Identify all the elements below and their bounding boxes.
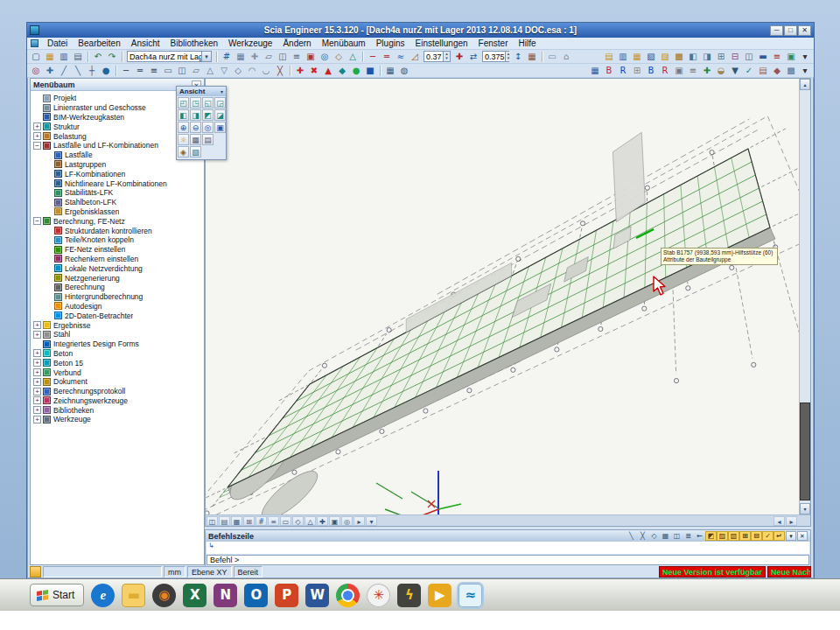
toolbar-icon[interactable]: ┼ — [85, 65, 99, 77]
menu-item-ändern[interactable]: Ändern — [277, 38, 316, 48]
tree-expand-box[interactable]: + — [33, 416, 41, 424]
toolbar-icon[interactable]: ▬ — [756, 51, 770, 63]
command-input[interactable]: Befehl > — [206, 555, 809, 565]
view-tool-icon[interactable]: ◧ — [178, 109, 189, 121]
tree-expand-box[interactable]: + — [33, 132, 41, 140]
toolbar-icon[interactable]: ▾ — [798, 51, 812, 63]
menu-item-hilfe[interactable]: Hilfe — [513, 38, 541, 48]
chevron-down-icon[interactable]: ▾ — [786, 531, 796, 541]
toolbar-icon[interactable]: ▩ — [672, 51, 686, 63]
command-tool-icon[interactable]: ╳ — [637, 531, 648, 541]
view-tool-icon[interactable]: ▦ — [190, 134, 201, 145]
ansicht-palette-header[interactable]: Ansicht ▾ — [177, 87, 226, 96]
toolbar-icon[interactable]: ▤ — [756, 65, 770, 77]
chevron-down-icon[interactable]: ▾ — [220, 88, 223, 94]
toolbar-icon[interactable]: ▦ — [525, 51, 539, 63]
tree-expand-box[interactable]: + — [33, 122, 41, 130]
toolbar-icon[interactable]: ↶ — [91, 51, 105, 63]
view-tool-icon[interactable]: ◎ — [202, 122, 214, 133]
viewport-tab-icon[interactable]: ≡ — [268, 516, 279, 526]
taskbar-app-onenote[interactable]: N — [214, 584, 237, 607]
view-tool-icon[interactable]: ◱ — [202, 97, 214, 108]
view-tool-icon[interactable]: ⊖ — [190, 122, 201, 133]
new-version-badge[interactable]: Neue Version ist verfügbar — [659, 566, 766, 578]
tree-expand-box[interactable]: + — [33, 406, 41, 414]
view-tool-icon[interactable]: ◪ — [214, 109, 226, 121]
snap-tool-icon[interactable]: ▨ — [717, 531, 728, 541]
tree-item[interactable]: +Zeichnungswerkzeuge — [31, 396, 204, 406]
close-icon[interactable]: ✕ — [797, 531, 808, 541]
toolbar-icon[interactable]: # — [220, 51, 234, 63]
toolbar-icon[interactable]: ✚ — [452, 51, 466, 63]
toolbar-icon[interactable]: ▤ — [602, 51, 616, 63]
toolbar-icon[interactable]: ╱ — [57, 65, 71, 77]
toolbar-icon[interactable]: ↕ — [511, 51, 525, 63]
vertical-scrollbar[interactable]: ▴ ▾ — [799, 79, 810, 514]
tree-item[interactable]: Teile/Knoten koppeln — [31, 235, 204, 245]
toolbar-icon[interactable]: ≡ — [290, 51, 304, 63]
scrollbar-thumb[interactable] — [800, 402, 810, 500]
toolbar-icon[interactable]: ≡ — [147, 65, 161, 77]
toolbar-icon[interactable]: ◿ — [408, 51, 422, 63]
tree-item[interactable]: LF-Kombinationen — [31, 169, 204, 178]
view-tool-icon[interactable]: ◨ — [190, 109, 201, 121]
toolbar-icon[interactable]: ▦ — [588, 65, 602, 77]
tree-item[interactable]: Netzgenerierung — [31, 273, 204, 283]
tree-item[interactable]: +Werkzeuge — [31, 415, 204, 424]
command-tool-icon[interactable]: ╲ — [626, 531, 637, 541]
taskbar-app-arrow-app[interactable]: ▶ — [428, 584, 452, 607]
viewport-tab-icon[interactable]: ◎ — [341, 516, 353, 526]
menu-item-menübaum[interactable]: Menübaum — [317, 38, 371, 48]
toolbar-icon[interactable]: ▢ — [29, 51, 43, 63]
viewport-tab-icon[interactable]: ▤ — [219, 516, 230, 526]
tree-item[interactable]: +Beton — [31, 349, 204, 359]
view-tool-icon[interactable]: ▣ — [214, 122, 226, 133]
menu-item-bibliotheken[interactable]: Bibliotheken — [165, 38, 223, 48]
snap-tool-icon[interactable]: ⊞ — [739, 531, 751, 541]
title-bar[interactable]: Scia Engineer 15.3.120 - [Dach4a nurZ mi… — [27, 23, 814, 38]
viewport-tab-icon[interactable]: ✚ — [317, 516, 328, 526]
toolbar-icon[interactable]: ● — [349, 65, 363, 77]
snap-tool-icon[interactable]: ✓ — [762, 531, 774, 541]
tree-item[interactable]: Strukturdaten kontrollieren — [31, 226, 204, 235]
tree-expand-box[interactable]: + — [33, 368, 41, 376]
toolbar-icon[interactable]: ✚ — [43, 65, 57, 77]
toolbar-icon[interactable]: △ — [346, 51, 360, 63]
tree-item[interactable]: Hintergrundberechnung — [31, 292, 204, 302]
tree-expand-box[interactable]: + — [33, 388, 41, 396]
tree-item[interactable]: Autodesign — [31, 302, 204, 312]
toolbar-icon[interactable]: ─ — [119, 65, 133, 77]
spinner-icon[interactable]: ▴▾ — [443, 52, 450, 61]
toolbar-icon[interactable]: ◎ — [29, 65, 43, 77]
view-tool-icon[interactable]: ▤ — [202, 134, 214, 145]
toolbar-icon[interactable]: ■ — [363, 65, 377, 77]
status-note-icon[interactable] — [30, 566, 41, 578]
toolbar-icon[interactable]: ◫ — [276, 51, 290, 63]
toolbar-icon[interactable]: ✚ — [293, 65, 307, 77]
toolbar-icon[interactable]: ═ — [133, 65, 147, 77]
command-tool-icon[interactable]: ≡ — [682, 531, 694, 541]
toolbar-icon[interactable]: ▽ — [217, 65, 231, 77]
viewport-tab-icon[interactable]: ▭ — [280, 516, 291, 526]
toolbar-icon[interactable]: ≈ — [394, 51, 408, 63]
snap-tool-icon[interactable]: ⊟ — [751, 531, 762, 541]
toolbar-icon[interactable]: ▲ — [321, 65, 335, 77]
viewport-tab-icon[interactable]: ◇ — [292, 516, 304, 526]
viewport-tab-icon[interactable]: ▸ — [354, 516, 365, 526]
tree-expand-box[interactable]: + — [33, 378, 41, 386]
tree-expand-box[interactable]: + — [33, 331, 41, 339]
menu-item-einstellungen[interactable]: Einstellungen — [410, 38, 473, 48]
toolbar-icon[interactable]: ◫ — [175, 65, 189, 77]
viewport-scroll-icon[interactable]: ▸ — [786, 516, 797, 526]
tree-item[interactable]: +Berechnungsprotokoll — [31, 387, 204, 396]
toolbar-icon[interactable]: ◠ — [245, 65, 259, 77]
toolbar-icon[interactable]: ▼ — [728, 65, 742, 77]
toolbar-icon[interactable]: ◇ — [231, 65, 245, 77]
tree-item[interactable]: +Beton 15 — [31, 358, 204, 368]
toolbar-icon[interactable]: ▣ — [672, 65, 686, 77]
toolbar-icon[interactable]: B — [644, 65, 658, 77]
toolbar-icon[interactable]: ≡ — [686, 65, 700, 77]
toolbar-icon[interactable]: ▱ — [189, 65, 203, 77]
taskbar-app-outlook[interactable]: O — [244, 584, 268, 607]
toolbar-icon[interactable]: ╳ — [273, 65, 287, 77]
